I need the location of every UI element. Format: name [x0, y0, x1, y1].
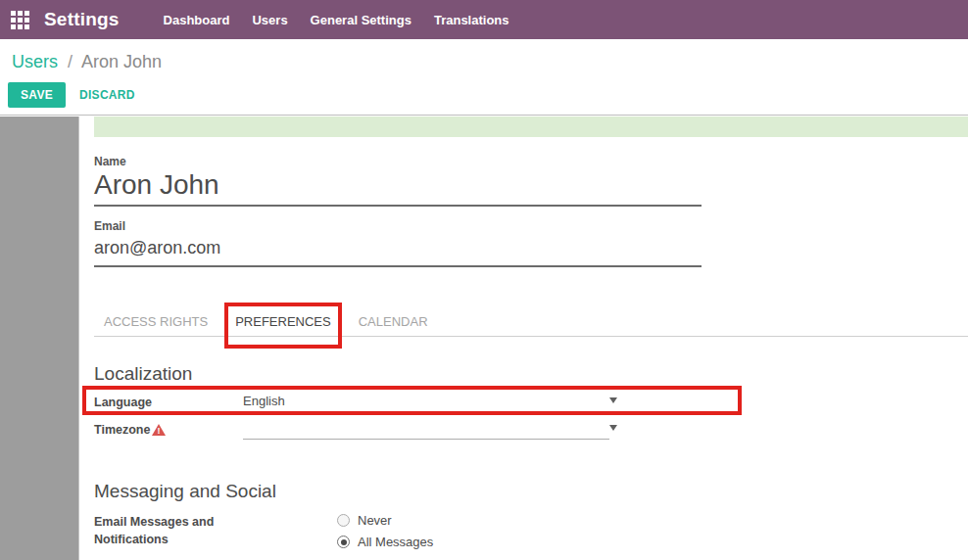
notifications-label: Email Messages and Notifications [94, 513, 243, 548]
breadcrumb-current: Aron John [81, 52, 162, 71]
control-panel: Users / Aron John SAVE DISCARD [0, 39, 968, 116]
tab-preferences[interactable]: PREFERENCES [235, 314, 331, 336]
menu-item-general-settings[interactable]: General Settings [311, 13, 411, 27]
notifications-radio-group: Never All Messages [337, 513, 433, 549]
radio-selected-icon[interactable] [337, 536, 350, 548]
timezone-label-text: Timezone [94, 423, 150, 437]
language-select[interactable]: English [243, 394, 618, 412]
language-label: Language [94, 394, 243, 409]
radio-unselected-icon[interactable] [337, 514, 350, 527]
navbar-menu: Dashboard Users General Settings Transla… [164, 13, 509, 27]
radio-all-messages-label: All Messages [358, 535, 433, 549]
email-field-label: Email [94, 219, 968, 233]
notebook-tabs: ACCESS RIGHTS PREFERENCES CALENDAR [94, 314, 968, 337]
timezone-select[interactable] [243, 421, 618, 440]
discard-button[interactable]: DISCARD [79, 88, 135, 102]
timezone-label: Timezone [94, 421, 243, 437]
notifications-row: Email Messages and Notifications Never A… [94, 513, 618, 549]
messaging-section-title: Messaging and Social [94, 481, 968, 502]
name-input[interactable]: Aron John [94, 168, 702, 207]
radio-option-all-messages[interactable]: All Messages [337, 535, 433, 549]
save-button[interactable]: SAVE [8, 82, 66, 108]
form-sheet: Name Aron John Email aron@aron.com ACCES… [78, 117, 968, 560]
apps-grid-icon[interactable] [11, 11, 29, 29]
email-input[interactable]: aron@aron.com [94, 233, 702, 267]
app-title: Settings [44, 9, 120, 30]
control-panel-buttons: SAVE DISCARD [8, 82, 135, 108]
top-navbar: Settings Dashboard Users General Setting… [0, 0, 968, 39]
menu-item-dashboard[interactable]: Dashboard [164, 13, 230, 27]
localization-section-title: Localization [94, 363, 968, 385]
tab-calendar[interactable]: CALENDAR [359, 314, 428, 336]
caret-down-icon[interactable] [609, 397, 617, 407]
breadcrumb-users-link[interactable]: Users [12, 52, 58, 71]
tab-access-rights[interactable]: ACCESS RIGHTS [104, 314, 208, 336]
radio-option-never[interactable]: Never [337, 513, 433, 528]
language-row: Language English [94, 394, 618, 412]
language-value[interactable]: English [243, 394, 609, 412]
menu-item-users[interactable]: Users [252, 13, 287, 27]
menu-item-translations[interactable]: Translations [434, 13, 509, 27]
green-status-banner [94, 117, 968, 137]
name-field-label: Name [94, 155, 968, 168]
left-gutter [0, 117, 78, 560]
radio-never-label: Never [358, 513, 392, 528]
warning-triangle-icon [152, 424, 166, 436]
timezone-row: Timezone [94, 421, 618, 440]
breadcrumb-separator: / [68, 52, 73, 71]
caret-down-icon[interactable] [609, 425, 617, 435]
breadcrumb: Users / Aron John [12, 52, 162, 72]
timezone-value[interactable] [243, 421, 609, 440]
content-area: Name Aron John Email aron@aron.com ACCES… [0, 117, 968, 560]
